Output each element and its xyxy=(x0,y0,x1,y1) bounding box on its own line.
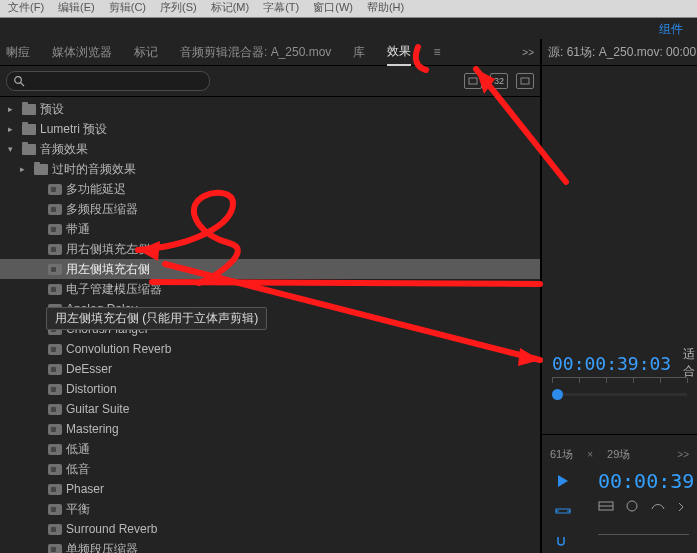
horizontal-splitter[interactable] xyxy=(542,434,697,435)
timeline-opt-3-icon[interactable] xyxy=(650,499,666,513)
effect-icon xyxy=(48,284,62,295)
tree-effect-item[interactable]: 多功能延迟 xyxy=(0,179,540,199)
tab-effects[interactable]: 效果 xyxy=(387,38,411,66)
panel-menu-icon[interactable]: ≡ xyxy=(433,45,440,59)
tree-item-label: 多功能延迟 xyxy=(66,181,126,198)
tree-item-label: 预设 xyxy=(40,101,64,118)
timeline-timecode[interactable]: 00:00:39:03 xyxy=(598,469,697,493)
disclosure-arrow-icon[interactable]: ▸ xyxy=(8,124,18,134)
menu-bar: 文件(F) 编辑(E) 剪辑(C) 序列(S) 标记(M) 字幕(T) 窗口(W… xyxy=(0,0,697,18)
tree-item-label: Guitar Suite xyxy=(66,402,129,416)
tree-folder[interactable]: ▸过时的音频效果 xyxy=(0,159,540,179)
timeline-opt-2-icon[interactable] xyxy=(624,499,640,513)
tab-markers[interactable]: 标记 xyxy=(134,39,158,65)
effect-icon xyxy=(48,224,62,235)
menu-sequence[interactable]: 序列(S) xyxy=(160,0,197,17)
folder-icon xyxy=(22,104,36,115)
tree-effect-item[interactable]: 电子管建模压缩器 xyxy=(0,279,540,299)
tree-effect-item[interactable]: Surround Reverb xyxy=(0,519,540,539)
sequence-tab-0[interactable]: 61场 xyxy=(550,447,573,462)
tab-prefix[interactable]: 喇痘 xyxy=(6,39,30,65)
effect-icon xyxy=(48,244,62,255)
tree-effect-item[interactable]: Phaser xyxy=(0,479,540,499)
tree-effect-item[interactable]: Guitar Suite xyxy=(0,399,540,419)
tree-effect-item[interactable]: 平衡 xyxy=(0,499,540,519)
source-ruler[interactable] xyxy=(552,377,687,392)
menu-file[interactable]: 文件(F) xyxy=(8,0,44,17)
tree-effect-item[interactable]: 单频段压缩器 xyxy=(0,539,540,553)
effects-search-input[interactable] xyxy=(6,71,210,91)
filter-32bit-icon[interactable]: 32 xyxy=(490,73,508,89)
disclosure-arrow-icon[interactable]: ▾ xyxy=(8,144,18,154)
tree-effect-item[interactable]: 用右侧填充左侧 xyxy=(0,239,540,259)
effect-icon xyxy=(48,504,62,515)
sequence-tab-1[interactable]: 29场 xyxy=(607,447,630,462)
tree-item-label: Lumetri 预设 xyxy=(40,121,107,138)
search-row: 32 xyxy=(0,66,540,97)
source-panel: 源: 61场: A_250.mov: 00:00:00 00:00:39:03 … xyxy=(541,39,697,553)
tab-media-browser[interactable]: 媒体浏览器 xyxy=(52,39,112,65)
tree-effect-item[interactable]: 低音 xyxy=(0,459,540,479)
menu-title[interactable]: 字幕(T) xyxy=(263,0,299,17)
tree-effect-item[interactable]: DeEsser xyxy=(0,359,540,379)
folder-icon xyxy=(22,124,36,135)
effect-icon xyxy=(48,184,62,195)
tree-folder[interactable]: ▸Lumetri 预设 xyxy=(0,119,540,139)
effects-filter-icons: 32 xyxy=(464,73,534,89)
disclosure-arrow-icon[interactable]: ▸ xyxy=(8,104,18,114)
source-scrollbar[interactable] xyxy=(552,393,687,396)
effect-tooltip: 用左侧填充右侧 (只能用于立体声剪辑) xyxy=(46,307,267,330)
tree-item-label: 低音 xyxy=(66,461,90,478)
timeline-opt-4-icon[interactable] xyxy=(676,499,692,513)
sequence-tabs: 61场 × 29场 >> xyxy=(542,443,697,465)
tab-audio-clip-mixer[interactable]: 音频剪辑混合器: A_250.mov xyxy=(180,39,331,65)
tree-effect-item[interactable]: 带通 xyxy=(0,219,540,239)
svg-rect-2 xyxy=(469,78,477,84)
tree-item-label: Convolution Reverb xyxy=(66,342,171,356)
filter-yuv-icon[interactable] xyxy=(516,73,534,89)
svg-marker-4 xyxy=(558,475,568,487)
zoom-fit[interactable]: 适合 xyxy=(683,346,695,380)
tree-effect-item[interactable]: Mastering xyxy=(0,419,540,439)
tree-folder[interactable]: ▾音频效果 xyxy=(0,139,540,159)
tree-item-label: 过时的音频效果 xyxy=(52,161,136,178)
tree-effect-item[interactable]: 用左侧填充右侧 xyxy=(0,259,540,279)
play-icon[interactable] xyxy=(552,473,574,489)
disclosure-arrow-icon[interactable]: ▸ xyxy=(20,164,30,174)
tree-effect-item[interactable]: 多频段压缩器 xyxy=(0,199,540,219)
folder-icon xyxy=(34,164,48,175)
tree-effect-item[interactable]: Distortion xyxy=(0,379,540,399)
svg-point-13 xyxy=(627,501,637,511)
tab-library[interactable]: 库 xyxy=(353,39,365,65)
tree-effect-item[interactable]: Convolution Reverb xyxy=(0,339,540,359)
panel-overflow-icon[interactable]: >> xyxy=(522,47,534,58)
timeline-opt-1-icon[interactable] xyxy=(598,499,614,513)
menu-edit[interactable]: 编辑(E) xyxy=(58,0,95,17)
tree-item-label: 带通 xyxy=(66,221,90,238)
menu-marker[interactable]: 标记(M) xyxy=(211,0,250,17)
effect-icon xyxy=(48,524,62,535)
sequence-overflow-icon[interactable]: >> xyxy=(677,449,689,460)
filter-accelerated-icon[interactable] xyxy=(464,73,482,89)
workspace-assembly[interactable]: 组件 xyxy=(659,21,683,38)
svg-point-0 xyxy=(15,77,22,84)
menu-help[interactable]: 帮助(H) xyxy=(367,0,404,17)
effect-icon xyxy=(48,344,62,355)
effect-icon xyxy=(48,424,62,435)
effect-icon xyxy=(48,364,62,375)
tree-effect-item[interactable]: 低通 xyxy=(0,439,540,459)
tree-folder[interactable]: ▸预设 xyxy=(0,99,540,119)
close-tab-icon[interactable]: × xyxy=(587,449,593,460)
effect-icon xyxy=(48,544,62,554)
menu-clip[interactable]: 剪辑(C) xyxy=(109,0,146,17)
source-timecode[interactable]: 00:00:39:03 xyxy=(552,353,671,374)
timeline-tool-column xyxy=(552,473,574,553)
sync-lock-icon[interactable] xyxy=(552,503,574,519)
source-playhead[interactable] xyxy=(552,389,563,400)
menu-window[interactable]: 窗口(W) xyxy=(313,0,353,17)
source-tab[interactable]: 源: 61场: A_250.mov: 00:00:00 xyxy=(542,39,697,66)
timeline-ruler[interactable] xyxy=(598,534,689,545)
tree-item-label: Phaser xyxy=(66,482,104,496)
effect-icon xyxy=(48,464,62,475)
snap-icon[interactable] xyxy=(552,533,574,549)
